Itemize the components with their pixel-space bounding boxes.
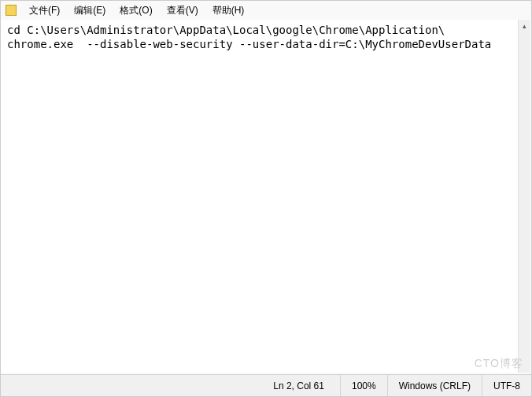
status-encoding[interactable]: UTF-8 xyxy=(482,375,531,396)
menu-file[interactable]: 文件(F) xyxy=(24,2,65,19)
statusbar: Ln 2, Col 61 100% Windows (CRLF) UTF-8 xyxy=(1,374,531,396)
status-zoom[interactable]: 100% xyxy=(340,375,387,396)
scroll-up-icon[interactable]: ▴ xyxy=(519,20,530,32)
content-line-2: chrome.exe --disable-web-security --user… xyxy=(7,38,491,50)
content-line-1: cd C:\Users\Administrator\AppData\Local\… xyxy=(7,24,445,36)
menu-edit[interactable]: 编辑(E) xyxy=(69,2,110,19)
text-editor-content[interactable]: cd C:\Users\Administrator\AppData\Local\… xyxy=(1,20,517,373)
menu-help[interactable]: 帮助(H) xyxy=(208,2,249,19)
status-cursor-position: Ln 2, Col 61 xyxy=(273,375,340,396)
menu-format[interactable]: 格式(O) xyxy=(115,2,157,19)
menu-view[interactable]: 查看(V) xyxy=(162,2,203,19)
app-icon xyxy=(6,5,17,16)
menubar: 文件(F) 编辑(E) 格式(O) 查看(V) 帮助(H) xyxy=(1,1,531,20)
status-line-ending[interactable]: Windows (CRLF) xyxy=(387,375,482,396)
status-spacer xyxy=(1,375,273,396)
vertical-scrollbar[interactable]: ▴ xyxy=(518,20,530,373)
